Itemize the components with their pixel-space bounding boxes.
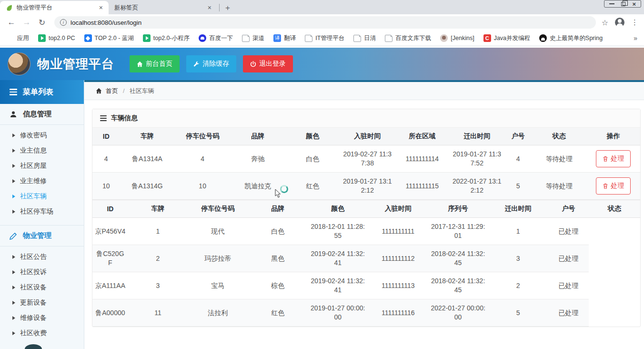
- url-text: localhost:8080/user/login: [70, 19, 141, 26]
- panel-header: 车辆信息: [92, 109, 640, 128]
- vehicle-panel: 车辆信息 ID 车牌 停车位号码 品牌 颜色 入驻时间 所在区域 迁出时间 户号…: [92, 109, 641, 327]
- bookmark-star-icon[interactable]: ☆: [602, 18, 608, 27]
- cell-checkin: 2019-02-27 11:37:38: [340, 145, 395, 173]
- app-header: 物业管理平台 前台首页 清除缓存 退出登录: [0, 48, 644, 80]
- profile-avatar-icon[interactable]: [615, 18, 624, 27]
- bookmark-item[interactable]: 百度一下: [196, 33, 236, 44]
- browser-tab-strip: 物业管理平台 × 新标签页 × + ×: [0, 0, 644, 14]
- sidebar-item-owner-info[interactable]: 业主信息: [0, 143, 84, 158]
- cell-plate: 鲁A1314G: [120, 173, 175, 200]
- bookmark-item[interactable]: [Jenkins]: [437, 33, 477, 43]
- sidebar-section-info[interactable]: 信息管理: [0, 104, 84, 125]
- sidebar-item-label: 社区投诉: [20, 268, 47, 277]
- minimize-icon[interactable]: [609, 3, 614, 4]
- bookmark-label: top2.0 PC: [49, 35, 75, 41]
- sidebar-item-community-parking[interactable]: 社区停车场: [0, 204, 84, 219]
- caret-right-icon: [12, 210, 15, 214]
- caret-right-icon: [12, 149, 15, 153]
- bookmark-item[interactable]: top2.0-小程序: [140, 33, 192, 44]
- page-info-icon[interactable]: i: [60, 19, 67, 26]
- bookmark-item[interactable]: 日清: [351, 33, 379, 44]
- breadcrumb-current: 社区车辆: [130, 87, 154, 95]
- jenkins-avatar-icon: [440, 34, 448, 42]
- cell-status: 等待处理: [532, 145, 586, 173]
- tab-active[interactable]: 物业管理平台 ×: [0, 1, 109, 14]
- bookmark-item[interactable]: 史上最简单的Spring: [536, 33, 605, 44]
- page-title: 物业管理平台: [37, 56, 114, 72]
- tab-close-icon[interactable]: ×: [207, 4, 212, 11]
- restore-icon[interactable]: [621, 2, 625, 6]
- back-icon[interactable]: ←: [5, 18, 18, 27]
- button-label: 退出登录: [259, 60, 286, 68]
- cell-checkout: 2022-01-27 13:12:12: [450, 173, 504, 200]
- sidebar-item-label: 社区房屋: [20, 162, 47, 170]
- tab-close-icon[interactable]: ×: [98, 4, 104, 11]
- baidu-paw-icon: [199, 34, 206, 42]
- cell: 1111111116: [368, 299, 428, 327]
- home-icon: [96, 88, 102, 94]
- handle-button[interactable]: 处理: [596, 150, 631, 167]
- cell: 2019-01-27 00:00:00: [308, 299, 368, 327]
- sidebar-menu: 修改密码 业主信息 社区房屋 业主维修 社区车辆 社区停车场: [0, 125, 84, 222]
- cell: 3: [128, 272, 188, 299]
- sidebar-item-community-fee[interactable]: 社区收费: [0, 326, 84, 341]
- sidebar-item-community-notice[interactable]: 社区公告: [0, 249, 84, 265]
- sidebar-item-change-password[interactable]: 修改密码: [0, 128, 84, 143]
- col-header: 车牌: [120, 128, 175, 145]
- new-tab-button[interactable]: +: [221, 3, 234, 13]
- front-home-button[interactable]: 前台首页: [130, 55, 180, 72]
- bookmarks-overflow-icon[interactable]: »: [634, 34, 640, 42]
- section-title: 信息管理: [23, 110, 51, 119]
- caret-right-icon: [12, 255, 15, 259]
- sidebar-item-owner-repair[interactable]: 业主维修: [0, 174, 84, 189]
- sidebar-item-community-house[interactable]: 社区房屋: [0, 158, 84, 174]
- bookmark-item[interactable]: TOP 2.0 - 蓝湖: [81, 33, 137, 44]
- cell: 1: [128, 218, 188, 245]
- button-label: 前台首页: [146, 60, 172, 68]
- cell-household: 4: [504, 145, 532, 173]
- cell: 鲁C520GF: [92, 245, 128, 272]
- sidebar-item-community-vehicle[interactable]: 社区车辆: [0, 189, 84, 204]
- cell-status: 等待处理: [532, 173, 586, 200]
- table-header-row: ID 车牌 停车位号码 品牌 颜色 入驻时间 所在区域 迁出时间 户号 状态 操…: [92, 128, 640, 145]
- cell: 2019-02-24 11:32:41: [308, 245, 368, 272]
- tab-newtab[interactable]: 新标签页 ×: [109, 1, 217, 14]
- breadcrumb-home[interactable]: 首页: [106, 87, 118, 95]
- bookmark-item[interactable]: IT管理平台: [302, 33, 347, 44]
- bookmark-item[interactable]: 百度文库下载: [382, 33, 434, 44]
- file-icon: [385, 35, 392, 42]
- bookmark-item[interactable]: top2.0 PC: [35, 33, 78, 43]
- sidebar-item-community-device[interactable]: 社区设备: [0, 280, 84, 295]
- bookmark-item[interactable]: 渠道: [239, 33, 267, 44]
- trash-icon: [603, 183, 608, 189]
- logout-button[interactable]: 退出登录: [243, 55, 293, 72]
- col-header: 所在区域: [395, 128, 450, 145]
- file-icon: [353, 35, 361, 42]
- bookmark-item[interactable]: 译翻译: [271, 33, 299, 44]
- cell: 5: [488, 299, 548, 327]
- window-controls: ×: [604, 0, 641, 8]
- bookmark-item[interactable]: CJava并发编程: [481, 33, 533, 44]
- sidebar-section-property[interactable]: 物业管理: [0, 225, 84, 246]
- menu-list-icon: [10, 89, 17, 95]
- corner-artifact: [25, 344, 42, 349]
- caret-right-icon: [12, 179, 15, 183]
- sidebar-item-update-device[interactable]: 更新设备: [0, 295, 84, 310]
- forward-icon[interactable]: →: [20, 18, 33, 27]
- url-input[interactable]: i localhost:8080/user/login: [54, 16, 596, 29]
- handle-button[interactable]: 处理: [596, 177, 631, 195]
- col-header: 迁出时间: [488, 200, 548, 218]
- reload-icon[interactable]: ↻: [35, 18, 49, 28]
- bookmark-apps[interactable]: 应用: [4, 33, 32, 44]
- sidebar-item-community-complaint[interactable]: 社区投诉: [0, 265, 84, 280]
- close-icon[interactable]: ×: [632, 0, 636, 8]
- clear-cache-button[interactable]: 清除缓存: [186, 55, 236, 72]
- sidebar-item-repair-device[interactable]: 维修设备: [0, 310, 84, 326]
- cell-brand: 奔驰: [231, 145, 285, 173]
- bookmark-label: top2.0-小程序: [153, 34, 190, 42]
- cell: 2022-01-27 00:00:00: [428, 299, 488, 327]
- browser-menu-icon[interactable]: ⋮: [631, 18, 638, 27]
- translate-icon: 译: [273, 34, 281, 42]
- vehicle-table-processed: ID 车牌 停车位号码 品牌 颜色 入驻时间 序列号 迁出时间 户号 状态 京P…: [92, 200, 640, 327]
- cell-action: 处理: [586, 145, 640, 173]
